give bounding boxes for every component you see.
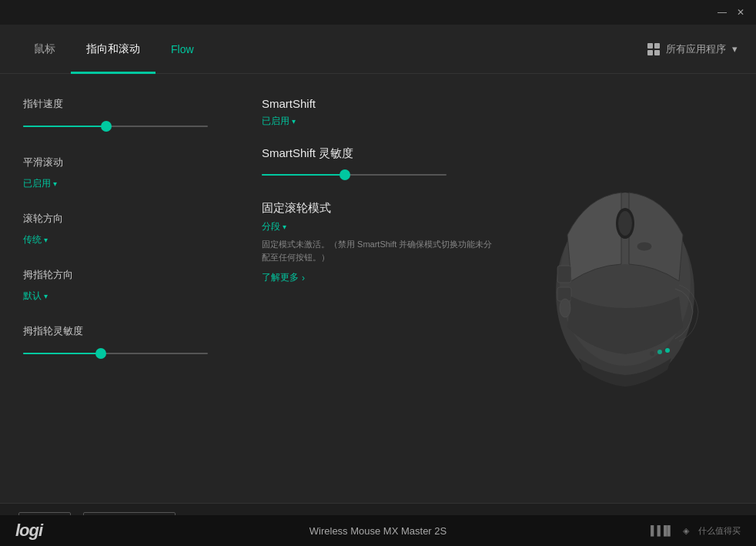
status-bar: logi Wireless Mouse MX Master 2S ▐▐▐▌ ◈ … [0,515,756,546]
svg-point-8 [657,350,662,354]
left-panel: 指针速度 平滑滚动 已启用 ▾ 滚轮方向 传统 ▾ 拇指轮方向 [0,74,239,503]
smooth-scroll-toggle[interactable]: 已启用 ▾ [23,177,216,190]
status-right: ▐▐▐▌ ◈ 什么值得买 [647,525,741,537]
thumb-sensitivity-label: 拇指轮灵敏度 [23,324,216,338]
mouse-image [494,74,756,503]
pointer-speed-label: 指针速度 [23,97,216,111]
slider-thumb[interactable] [340,169,350,180]
tab-flow[interactable]: Flow [156,25,209,74]
pointer-speed-setting: 指针速度 [23,97,216,134]
thumb-sensitivity-slider[interactable] [23,346,208,361]
pointer-speed-slider[interactable] [23,119,208,134]
apps-label[interactable]: 所有应用程序 [666,42,726,56]
svg-rect-4 [557,266,571,283]
tab-mouse[interactable]: 鼠标 [18,25,71,74]
main-content: 指针速度 平滑滚动 已启用 ▾ 滚轮方向 传统 ▾ 拇指轮方向 [0,74,756,503]
svg-point-10 [560,299,570,317]
svg-point-3 [618,211,632,236]
device-name: Wireless Mouse MX Master 2S [309,525,447,537]
smooth-scroll-setting: 平滑滚动 已启用 ▾ [23,156,216,190]
svg-point-7 [665,348,670,353]
right-panel: SmartShift 已启用 ▾ SmartShift 灵敏度 固定滚轮模式 分… [239,74,756,503]
scroll-direction-setting: 滚轮方向 传统 ▾ [23,212,216,246]
close-button[interactable]: ✕ [731,3,750,22]
chevron-icon: ▾ [44,292,48,300]
thumb-direction-label: 拇指轮方向 [23,268,216,282]
slider-thumb[interactable] [101,121,112,132]
community-label: 什么值得买 [698,525,741,537]
chevron-down-icon: ▾ [732,43,738,55]
nav-bar: 鼠标 指向和滚动 Flow 所有应用程序 ▾ [0,25,756,74]
nav-right: 所有应用程序 ▾ [647,42,738,56]
logi-logo: logi [15,521,42,541]
slider-fill [23,353,101,354]
scroll-direction-dropdown[interactable]: 传统 ▾ [23,233,216,246]
chevron-icon: ▾ [44,236,48,244]
grid-icon[interactable] [647,43,660,55]
battery-indicator: ▐▐▐▌ [647,525,674,536]
svg-point-9 [650,351,654,356]
smooth-scroll-label: 平滑滚动 [23,156,216,169]
chevron-icon: ▾ [283,223,286,231]
slider-fill [262,174,345,176]
chevron-icon: ▾ [292,117,296,126]
chevron-icon: ▾ [53,179,57,188]
thumb-direction-setting: 拇指轮方向 默认 ▾ [23,268,216,303]
chevron-right-icon: › [302,273,305,283]
thumb-direction-dropdown[interactable]: 默认 ▾ [23,290,216,303]
slider-thumb[interactable] [95,348,106,359]
fixed-scroll-desc: 固定模式未激活。（禁用 SmartShift 并确保模式切换功能未分配至任何按钮… [262,238,493,263]
thumb-sensitivity-setting: 拇指轮灵敏度 [23,324,216,361]
scroll-direction-label: 滚轮方向 [23,212,216,226]
minimize-button[interactable]: — [713,3,731,22]
signal-icon: ◈ [683,526,689,536]
slider-fill [23,126,106,127]
smartshift-sensitivity-slider[interactable] [262,167,447,183]
title-bar: — ✕ [0,0,756,25]
svg-point-6 [637,242,652,251]
tab-pointing-scrolling[interactable]: 指向和滚动 [71,25,156,74]
